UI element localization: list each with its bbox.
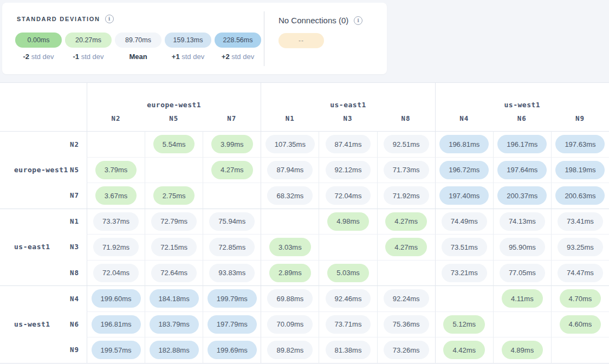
latency-pill[interactable]: 72.79ms [151,212,197,231]
latency-pill[interactable]: 89.82ms [267,341,313,359]
latency-pill[interactable]: 71.92ms [93,238,139,256]
latency-pill[interactable]: 4.98ms [327,212,369,231]
latency-cell: 4.98ms [319,209,377,235]
latency-pill[interactable]: 75.94ms [209,212,255,231]
latency-pill[interactable]: 73.71ms [326,315,371,334]
latency-pill[interactable]: 183.79ms [150,315,199,334]
latency-pill[interactable]: 197.64ms [497,161,547,179]
latency-cell: 68.32ms [261,183,319,209]
latency-pill[interactable]: 72.04ms [326,186,371,205]
latency-pill[interactable]: 199.79ms [208,289,257,308]
latency-cell: 4.27ms [377,234,435,260]
latency-cell: 107.35ms [261,131,319,157]
latency-pill[interactable]: 69.88ms [267,289,313,308]
latency-pill[interactable]: 95.90ms [500,238,545,256]
latency-pill[interactable]: 197.63ms [555,135,605,153]
latency-pill[interactable]: 197.79ms [208,315,257,334]
latency-pill[interactable]: 70.09ms [267,315,313,334]
latency-pill[interactable]: 87.94ms [267,161,313,179]
latency-pill[interactable]: 107.35ms [265,135,315,153]
latency-pill[interactable]: 2.89ms [269,264,311,282]
latency-pill[interactable]: 199.60ms [92,289,141,308]
latency-pill[interactable]: 196.81ms [92,315,141,334]
latency-pill[interactable]: 182.88ms [150,341,199,359]
latency-pill[interactable]: 93.25ms [558,238,603,256]
latency-pill[interactable]: 74.49ms [442,212,487,231]
latency-pill[interactable]: 199.57ms [92,341,141,359]
latency-pill[interactable]: 72.04ms [93,264,139,282]
latency-pill[interactable]: 92.24ms [384,289,429,308]
latency-pill[interactable]: 5.12ms [443,315,485,334]
node-col-header: N9 [551,114,609,131]
latency-cell: 3.67ms [87,183,145,209]
latency-pill[interactable]: 3.99ms [211,135,253,153]
latency-pill[interactable]: 4.70ms [560,289,601,308]
latency-pill[interactable]: 198.19ms [555,161,605,179]
latency-pill[interactable]: 73.37ms [93,212,139,231]
latency-pill[interactable]: 2.75ms [153,186,195,205]
no-connections-label: No Connections (0) [278,16,348,25]
latency-pill[interactable]: 4.27ms [211,161,253,179]
latency-pill[interactable]: 196.17ms [497,135,547,153]
legend-pill: 0.00ms [15,32,62,48]
latency-matrix: europe-west1us-east1us-west1N2N5N7N1N3N8… [0,82,609,363]
latency-cell: 71.92ms [87,234,145,260]
latency-pill[interactable]: 72.64ms [151,264,197,282]
node-row-label: N7 [70,191,79,199]
latency-cell: 92.46ms [319,285,377,311]
latency-pill[interactable]: 73.21ms [442,264,487,282]
latency-pill[interactable]: 72.15ms [151,238,197,256]
latency-pill[interactable]: 196.81ms [439,135,489,153]
latency-pill[interactable]: 3.67ms [95,186,137,205]
row-label: N8 [0,260,87,286]
latency-cell: 4.89ms [493,337,551,363]
latency-pill[interactable]: 4.27ms [385,238,427,256]
latency-pill[interactable]: 197.40ms [439,186,489,205]
latency-cell: 199.79ms [203,285,261,311]
legend-pill: 159.13ms [165,32,211,48]
latency-pill[interactable]: 71.73ms [384,161,429,179]
standard-deviation-title: STANDARD DEVIATION [17,16,100,22]
latency-pill[interactable]: 73.26ms [384,341,429,359]
latency-pill[interactable]: 4.89ms [502,341,543,359]
latency-pill[interactable]: 184.18ms [150,289,199,308]
latency-pill[interactable]: 5.54ms [153,135,195,153]
latency-pill[interactable]: 68.32ms [267,186,313,205]
latency-pill[interactable]: 93.83ms [209,264,255,282]
latency-pill[interactable]: 5.03ms [327,264,369,282]
latency-pill[interactable]: 4.11ms [502,289,543,308]
latency-pill[interactable]: 3.79ms [95,161,137,179]
latency-pill[interactable]: 71.92ms [384,186,429,205]
info-icon[interactable] [354,16,362,25]
latency-pill[interactable]: 4.60ms [560,315,601,334]
latency-pill[interactable]: 81.38ms [326,341,371,359]
latency-pill[interactable]: 87.41ms [326,135,371,153]
region-col-header: us-west1 [435,83,609,114]
latency-pill[interactable]: 73.51ms [442,238,487,256]
latency-pill[interactable]: 74.47ms [558,264,603,282]
latency-cell: 197.64ms [493,157,551,183]
legend-label: +2 std dev [215,53,261,61]
latency-cell [319,234,377,260]
latency-pill[interactable]: 3.03ms [269,238,311,256]
latency-pill[interactable]: 92.12ms [326,161,371,179]
latency-pill[interactable]: 199.69ms [208,341,257,359]
latency-cell: 92.51ms [377,131,435,157]
latency-pill[interactable]: 200.63ms [555,186,605,205]
latency-pill[interactable]: 75.36ms [384,315,429,334]
latency-pill[interactable]: 200.37ms [497,186,547,205]
node-col-header: N1 [261,114,319,131]
latency-pill[interactable]: 92.46ms [326,289,371,308]
node-col-header: N4 [435,114,493,131]
latency-pill[interactable]: 73.41ms [558,212,603,231]
latency-cell: 87.41ms [319,131,377,157]
node-col-header: N2 [87,114,145,131]
latency-pill[interactable]: 72.85ms [209,238,255,256]
latency-pill[interactable]: 196.72ms [439,161,489,179]
latency-pill[interactable]: 92.51ms [384,135,429,153]
latency-pill[interactable]: 74.13ms [500,212,545,231]
latency-pill[interactable]: 77.05ms [500,264,545,282]
latency-pill[interactable]: 4.27ms [385,212,427,231]
info-icon[interactable] [105,15,114,23]
latency-pill[interactable]: 4.42ms [443,341,485,359]
